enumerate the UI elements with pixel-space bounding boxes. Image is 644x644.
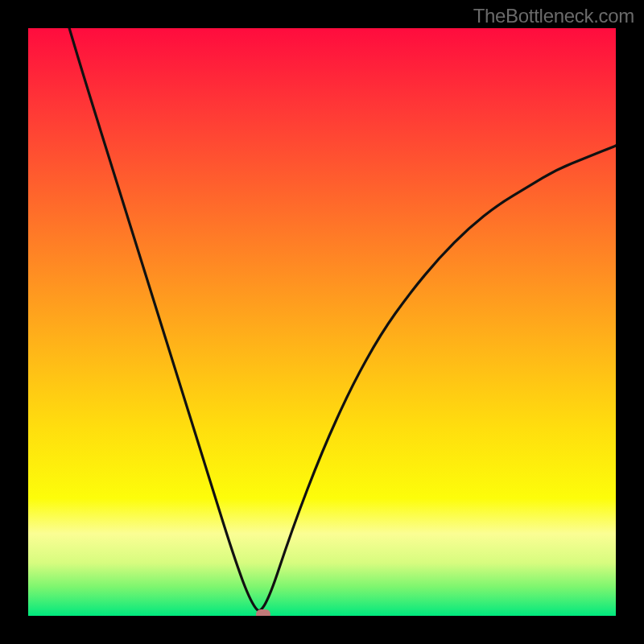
bottleneck-curve [28, 28, 616, 616]
minimum-marker [256, 609, 270, 616]
chart-frame: TheBottleneck.com [0, 0, 644, 644]
plot-area [28, 28, 616, 616]
attribution-label: TheBottleneck.com [473, 5, 634, 27]
